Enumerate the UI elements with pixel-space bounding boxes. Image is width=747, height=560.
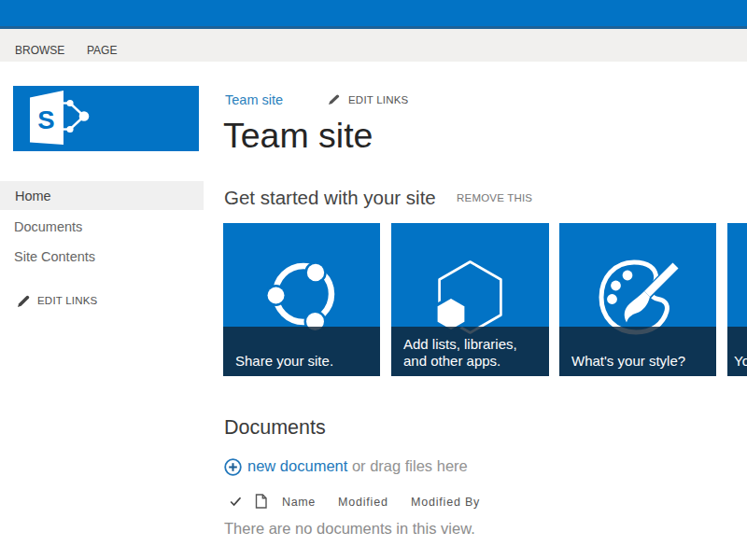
svg-text:What's your style?: What's your style? xyxy=(571,353,685,369)
svg-text:and other apps.: and other apps. xyxy=(403,353,500,369)
svg-text:Add lists, libraries,: Add lists, libraries, xyxy=(403,336,517,352)
svg-text:Share your site.: Share your site. xyxy=(235,353,333,369)
svg-text:S: S xyxy=(37,105,54,134)
svg-text:Your site. Your brand.: Your site. Your brand. xyxy=(734,353,747,369)
